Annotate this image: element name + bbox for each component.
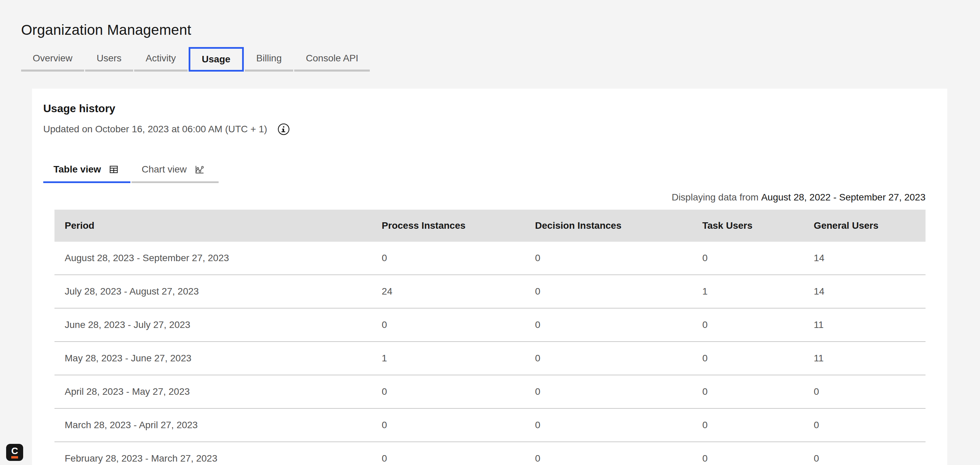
- table-row: June 28, 2023 - July 27, 202300011: [54, 308, 926, 342]
- decision-instances-cell: 0: [525, 320, 692, 330]
- table-row: February 28, 2023 - March 27, 20230000: [54, 442, 926, 465]
- process-instances-cell: 0: [372, 420, 525, 431]
- period-cell: June 28, 2023 - July 27, 2023: [54, 320, 372, 330]
- console-widget-underline: [11, 456, 18, 459]
- chart-view-label: Chart view: [142, 164, 186, 175]
- period-cell: May 28, 2023 - June 27, 2023: [54, 353, 372, 364]
- table-row: March 28, 2023 - April 27, 20230000: [54, 409, 926, 442]
- general-users-cell: 0: [803, 453, 926, 464]
- table-body: August 28, 2023 - September 27, 20230001…: [54, 242, 926, 465]
- view-tab-bar: Table view Chart view: [43, 157, 937, 183]
- tab-billing[interactable]: Billing: [245, 47, 294, 72]
- period-cell: July 28, 2023 - August 27, 2023: [54, 286, 372, 297]
- column-header: General Users: [803, 220, 926, 231]
- table-view-label: Table view: [54, 164, 101, 175]
- task-users-cell: 0: [692, 453, 803, 464]
- column-header: Decision Instances: [525, 220, 692, 231]
- main-tab-bar: Overview Users Activity Usage Billing Co…: [21, 47, 980, 72]
- column-header: Task Users: [692, 220, 803, 231]
- decision-instances-cell: 0: [525, 353, 692, 364]
- period-cell: August 28, 2023 - September 27, 2023: [54, 252, 372, 264]
- console-widget-button[interactable]: C: [6, 444, 23, 461]
- info-icon[interactable]: [277, 122, 290, 136]
- table-header-row: PeriodProcess InstancesDecision Instance…: [54, 210, 926, 242]
- general-users-cell: 11: [803, 320, 926, 330]
- general-users-cell: 11: [803, 353, 926, 364]
- decision-instances-cell: 0: [525, 420, 692, 431]
- task-users-cell: 0: [692, 320, 803, 330]
- updated-timestamp: Updated on October 16, 2023 at 06:00 AM …: [43, 124, 267, 135]
- usage-history-heading: Usage history: [43, 102, 937, 115]
- tab-activity[interactable]: Activity: [134, 47, 188, 72]
- decision-instances-cell: 0: [525, 286, 692, 297]
- decision-instances-cell: 0: [525, 252, 692, 264]
- page-title: Organization Management: [21, 0, 980, 38]
- console-widget-letter: C: [11, 447, 18, 455]
- tab-table-view[interactable]: Table view: [43, 157, 130, 183]
- period-cell: March 28, 2023 - April 27, 2023: [54, 420, 372, 431]
- general-users-cell: 14: [803, 252, 926, 264]
- process-instances-cell: 0: [372, 252, 525, 264]
- displaying-data-range: Displaying data from August 28, 2022 - S…: [54, 192, 926, 203]
- general-users-cell: 0: [803, 420, 926, 431]
- process-instances-cell: 1: [372, 353, 525, 364]
- decision-instances-cell: 0: [525, 386, 692, 397]
- task-users-cell: 0: [692, 252, 803, 264]
- task-users-cell: 0: [692, 386, 803, 397]
- process-instances-cell: 0: [372, 320, 525, 330]
- table-row: July 28, 2023 - August 27, 2023240114: [54, 275, 926, 308]
- tab-chart-view[interactable]: Chart view: [131, 157, 219, 183]
- tab-users[interactable]: Users: [85, 47, 133, 72]
- process-instances-cell: 24: [372, 286, 525, 297]
- tab-usage[interactable]: Usage: [189, 47, 244, 72]
- task-users-cell: 0: [692, 420, 803, 431]
- line-chart-icon: [193, 164, 205, 175]
- general-users-cell: 0: [803, 386, 926, 397]
- general-users-cell: 14: [803, 286, 926, 297]
- usage-history-card: Usage history Updated on October 16, 202…: [32, 89, 947, 465]
- task-users-cell: 1: [692, 286, 803, 297]
- process-instances-cell: 0: [372, 386, 525, 397]
- period-cell: February 28, 2023 - March 27, 2023: [54, 453, 372, 464]
- column-header: Process Instances: [372, 220, 525, 231]
- decision-instances-cell: 0: [525, 453, 692, 464]
- tab-console-api[interactable]: Console API: [294, 47, 370, 72]
- range-dates: August 28, 2022 - September 27, 2023: [761, 192, 926, 203]
- table-row: April 28, 2023 - May 27, 20230000: [54, 376, 926, 409]
- column-header: Period: [54, 220, 372, 231]
- range-prefix: Displaying data from: [671, 192, 761, 203]
- tab-overview[interactable]: Overview: [21, 47, 84, 72]
- task-users-cell: 0: [692, 353, 803, 364]
- period-cell: April 28, 2023 - May 27, 2023: [54, 386, 372, 397]
- process-instances-cell: 0: [372, 453, 525, 464]
- usage-table: PeriodProcess InstancesDecision Instance…: [54, 210, 926, 465]
- table-row: May 28, 2023 - June 27, 202310011: [54, 342, 926, 376]
- table-row: August 28, 2023 - September 27, 20230001…: [54, 242, 926, 275]
- data-table-icon: [108, 164, 119, 175]
